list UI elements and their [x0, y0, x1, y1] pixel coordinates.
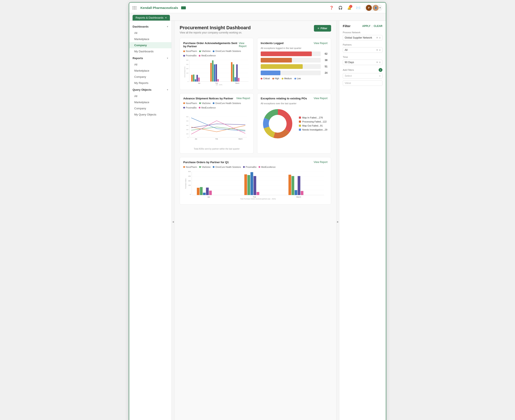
sidebar-section-dashboards: Dashboards ▾ All Marketplace Company My … [129, 23, 171, 54]
chart1-view-report[interactable]: View Report [239, 42, 250, 48]
filter-section-partners: Partners All ✕ ≡ [343, 44, 382, 53]
svg-text:Acknowledgements: Acknowledgements [184, 67, 185, 78]
svg-rect-67 [197, 188, 200, 195]
sidebar-item-query-marketplace[interactable]: Marketplace [129, 99, 171, 105]
avatar-photo: 👤 [373, 5, 379, 11]
chart2-view-report[interactable]: View Report [314, 42, 328, 45]
filter-process-network-input[interactable]: Global Supplier Network ✕ ≡ [343, 35, 382, 40]
svg-text:0: 0 [188, 81, 189, 82]
sidebar-item-query-my[interactable]: My Query Objects [129, 112, 171, 118]
mail-button[interactable]: ✉️ [355, 5, 361, 11]
svg-text:200: 200 [186, 129, 189, 130]
filter-process-network-value: Global Supplier Network [345, 36, 376, 39]
filter-time-list-icon[interactable]: ≡ [379, 61, 381, 64]
chart5-header: Purchase Orders by Partner for Q1 View R… [183, 161, 328, 164]
filter-time-label: Time [343, 56, 382, 58]
chart4-view-report[interactable]: View Report [314, 97, 328, 100]
filter-value-input[interactable]: Value [343, 80, 382, 86]
svg-text:Total Purchase Orders received: Total Purchase Orders received partners … [240, 198, 276, 200]
sidebar-item-query-all[interactable]: All [129, 93, 171, 99]
filter-partners-icons: ✕ ≡ [376, 49, 381, 52]
app-grid-icon[interactable] [133, 6, 137, 9]
svg-text:150: 150 [188, 184, 191, 186]
svg-text:Feb: Feb [253, 196, 256, 198]
main-layout: Dashboards ▾ All Marketplace Company My … [129, 21, 386, 420]
filter-select-list-icon[interactable]: ≡ [379, 74, 381, 77]
filter-button[interactable]: ≡ Filter [314, 25, 331, 32]
incident-low: 24 [261, 71, 328, 75]
headset-button[interactable]: 🎧 [338, 5, 343, 11]
sidebar-item-reports-marketplace[interactable]: Marketplace [129, 68, 171, 74]
filter-partners-clear-icon[interactable]: ✕ [376, 49, 378, 52]
svg-rect-28 [235, 77, 236, 82]
help-button[interactable]: ❓ [329, 5, 334, 11]
chart1-header: Purchase Order Acknowledgements Sent by … [183, 42, 250, 48]
incident-critical-val: 62 [323, 52, 328, 55]
filter-partners-list-icon[interactable]: ≡ [379, 49, 381, 52]
sidebar-section-reports: Reports ▾ All Marketplace Company My Rep… [129, 55, 171, 86]
dropdown-chevron: ▾ [379, 6, 381, 9]
svg-rect-73 [247, 175, 250, 195]
svg-text:600: 600 [188, 171, 191, 172]
chart3-subtitle: Total ASNs sent by partner within the la… [183, 148, 250, 150]
sidebar-item-dash-company[interactable]: Company [129, 42, 171, 48]
sidebar: Dashboards ▾ All Marketplace Company My … [129, 21, 172, 420]
svg-rect-70 [206, 188, 209, 195]
sidebar-collapse-btn[interactable]: ◀ [172, 21, 175, 420]
svg-text:0: 0 [188, 137, 189, 138]
sidebar-item-dash-marketplace[interactable]: Marketplace [129, 36, 171, 42]
tab-close-icon[interactable]: ✕ [165, 16, 167, 19]
svg-text:300: 300 [186, 125, 189, 126]
chart4-title: Exceptions relating to existing POs [261, 97, 307, 100]
incident-medium: 51 [261, 64, 328, 69]
svg-rect-16 [191, 75, 193, 82]
filter-partners-input[interactable]: All ✕ ≡ [343, 47, 382, 53]
filter-partners-label: Partners [343, 44, 382, 46]
svg-text:Jan: Jan [208, 196, 210, 198]
filter-process-network-clear-icon[interactable]: ✕ [376, 36, 378, 39]
filter-icon: ≡ [318, 27, 319, 30]
svg-text:150: 150 [186, 73, 189, 74]
sidebar-item-dash-my[interactable]: My Dashboards [129, 48, 171, 54]
filter-expand-btn[interactable]: ▶ [336, 21, 339, 420]
legend-medexcellence: MedExcellence [199, 54, 216, 57]
filter-select-dropdown[interactable]: Select ≡ [343, 73, 382, 79]
tab-reports-dashboards[interactable]: Reports & Dashboards ✕ [133, 15, 170, 21]
filter-partners-value: All [345, 49, 376, 52]
filter-time-input[interactable]: 90 Days ✕ ≡ [343, 60, 382, 65]
sidebar-header-query[interactable]: Query Objects ▾ [129, 86, 171, 93]
sidebar-item-dash-all[interactable]: All [129, 30, 171, 36]
chart-purchase-orders: Purchase Orders by Partner for Q1 View R… [180, 157, 331, 205]
svg-text:Feb: Feb [215, 82, 218, 84]
sidebar-item-reports-company[interactable]: Company [129, 74, 171, 80]
sidebar-item-reports-all[interactable]: All [129, 61, 171, 68]
sidebar-header-reports[interactable]: Reports ▾ [129, 55, 171, 61]
user-chip[interactable]: P 👤 ▾ [364, 4, 382, 11]
sidebar-item-query-company[interactable]: Company [129, 105, 171, 112]
filter-apply-btn[interactable]: APPLY [362, 25, 370, 28]
page-header-left: Procurement Insight Dashboard View all t… [180, 25, 251, 34]
sidebar-header-dashboards[interactable]: Dashboards ▾ [129, 23, 171, 30]
donut-wrap: Map In Failed....276 Processing Failed..… [261, 107, 328, 141]
svg-rect-18 [195, 79, 196, 82]
filter-time-clear-icon[interactable]: ✕ [376, 61, 378, 64]
chart3-title: Advance Shipment Notices by Partner [183, 97, 233, 100]
chart3-view-report[interactable]: View Report [236, 97, 250, 100]
chart2-title: Incidents Logged [261, 42, 284, 45]
charts-row-1: Purchase Order Acknowledgements Sent by … [180, 38, 331, 90]
svg-rect-81 [301, 191, 304, 195]
notifications-button[interactable]: 🔔 7 [346, 5, 352, 11]
filter-clear-btn[interactable]: CLEAR [374, 25, 382, 28]
tab-bar: Reports & Dashboards ✕ [129, 13, 386, 21]
sidebar-item-reports-my[interactable]: My Reports [129, 80, 171, 86]
chart1-legend: NovoPharm VitaSolve OmniCure Health Solu… [183, 50, 250, 57]
chart5-view-report[interactable]: View Report [314, 161, 328, 164]
svg-text:600: 600 [186, 60, 189, 61]
avatar: P [366, 5, 372, 11]
chart-exceptions-pos: Exceptions relating to existing POs View… [257, 93, 331, 154]
filter-process-network-list-icon[interactable]: ≡ [379, 36, 381, 39]
svg-text:450: 450 [186, 64, 189, 65]
chart1-svg: 600 450 300 150 0 Jan Feb March (Q1 - 20… [183, 59, 250, 86]
svg-rect-24 [215, 64, 217, 82]
filter-add-plus-btn[interactable]: + [379, 68, 382, 72]
